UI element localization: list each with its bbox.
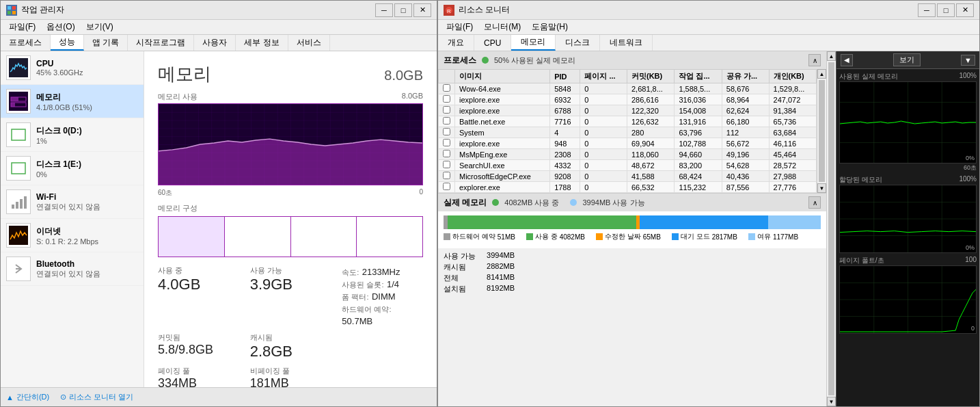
row-shared: 56,672 — [722, 138, 769, 149]
graph-time-row: 60초 0 — [158, 188, 423, 198]
row-pid: 9208 — [550, 171, 580, 182]
svg-rect-10 — [12, 205, 14, 209]
row-pid: 5848 — [550, 83, 580, 94]
rm-view-button[interactable]: 보기 — [893, 53, 921, 66]
row-checkbox[interactable] — [439, 116, 455, 127]
taskmanager-icon — [6, 5, 17, 16]
svg-rect-3 — [12, 11, 16, 14]
rm-minimize-button[interactable]: ─ — [918, 3, 936, 17]
scroll-down-button[interactable]: ▼ — [817, 183, 826, 193]
row-checkbox[interactable] — [439, 160, 455, 171]
row-checkbox[interactable] — [439, 138, 455, 149]
row-commit: 280 — [627, 127, 675, 138]
tab-users[interactable]: 사용자 — [194, 35, 236, 51]
minimize-button[interactable]: ─ — [375, 3, 393, 17]
row-private: 27,988 — [769, 171, 816, 182]
sidebar-item-memory[interactable]: 메모리 4.1/8.0GB (51%) — [1, 85, 144, 118]
row-private: 63,684 — [769, 127, 816, 138]
table-row: MsMpEng.exe 2308 0 118,060 94,660 49,196… — [439, 149, 817, 160]
rm-menu-file[interactable]: 파일(F) — [441, 21, 478, 34]
row-checkbox[interactable] — [439, 182, 455, 193]
rm-tab-disk[interactable]: 디스크 — [556, 35, 600, 51]
menu-file[interactable]: 파일(F) — [3, 21, 41, 34]
legend-used: 사용 중 4082MB — [526, 232, 585, 241]
process-collapse-button[interactable]: ∧ — [808, 54, 821, 66]
row-shared: 62,624 — [722, 105, 769, 116]
tab-process[interactable]: 프로세스 — [1, 35, 51, 51]
row-checkbox[interactable] — [439, 94, 455, 105]
row-commit: 286,616 — [627, 94, 675, 105]
menu-view[interactable]: 보기(V) — [81, 21, 119, 34]
rm-tab-cpu[interactable]: CPU — [474, 35, 511, 51]
main-header: 메모리 8.0GB — [158, 62, 423, 86]
graph-allocated-label-row: 할당된 메모리 100% — [839, 175, 977, 185]
process-section: 프로세스 50% 사용된 실제 메모리 ∧ 이미지 PID — [438, 51, 826, 194]
legend-free-dot — [748, 233, 755, 240]
sidebar-item-bluetooth[interactable]: Bluetooth 연결되어 있지 않음 — [1, 252, 144, 286]
close-button[interactable]: ✕ — [413, 3, 431, 17]
stat-hardware: 하드웨어 예약: 50.7MB — [342, 302, 423, 327]
graph-physical-bot: 0% — [966, 155, 975, 161]
tab-startup[interactable]: 시작프로그램 — [128, 35, 194, 51]
svg-rect-1 — [12, 6, 16, 10]
titlebar-left: 작업 관리자 — [6, 4, 64, 16]
row-checkbox[interactable] — [439, 171, 455, 182]
menu-options[interactable]: 옵션(O) — [41, 21, 80, 34]
row-commit: 2,681,8... — [627, 83, 675, 94]
sidebar-item-wifi[interactable]: Wi-Fi 연결되어 있지 않음 — [1, 185, 144, 219]
sidebar-item-ethernet[interactable]: 이더넷 S: 0.1 R: 2.2 Mbps — [1, 219, 144, 252]
graph-pagefault-label: 페이지 폴트/초 — [839, 256, 884, 265]
row-private: 27,776 — [769, 182, 816, 193]
rm-menu-help[interactable]: 도움말(H) — [526, 21, 573, 34]
rm-menu-monitor[interactable]: 모니터(M) — [478, 21, 526, 34]
row-private: 1,529,8... — [769, 83, 816, 94]
memory-collapse-button[interactable]: ∧ — [808, 196, 821, 209]
rm-tab-network[interactable]: 네트워크 — [600, 35, 653, 51]
svg-rect-12 — [20, 199, 23, 209]
svg-rect-8 — [12, 129, 25, 140]
bluetooth-icon — [6, 257, 31, 281]
stat-speed: 속도: 2133MHz — [342, 265, 423, 278]
sidebar-item-cpu[interactable]: CPU 45% 3.60GHz — [1, 51, 144, 85]
process-scroll-area[interactable]: 이미지 PID 페이지 ... 커밋(KB) 작업 집... 공유 가... 개… — [438, 69, 817, 193]
stat-using: 사용 중 4.0GB — [158, 265, 239, 327]
tab-details[interactable]: 세부 정보 — [236, 35, 288, 51]
row-checkbox[interactable] — [439, 127, 455, 138]
maximize-button[interactable]: □ — [394, 3, 412, 17]
graph-allocated-top: 100% — [959, 175, 977, 185]
simple-view-button[interactable]: ▲ 간단히(D) — [6, 392, 49, 402]
table-row: iexplore.exe 948 0 69,904 102,788 56,672… — [439, 138, 817, 149]
mem-structure-container — [158, 216, 423, 257]
row-checkbox[interactable] — [439, 149, 455, 160]
row-shared: 40,436 — [722, 171, 769, 182]
main-scroll-thumb[interactable] — [828, 62, 834, 395]
resource-monitor-button[interactable]: ⊙ 리소스 모니터 열기 — [60, 392, 133, 402]
sidebar-item-disk0[interactable]: 디스크 0(D:) 1% — [1, 118, 144, 152]
main-scroll-down[interactable]: ▼ — [827, 397, 836, 406]
graph-max: 8.0GB — [402, 92, 423, 102]
mem-slot-1 — [159, 217, 225, 257]
tab-performance[interactable]: 성능 — [51, 35, 84, 51]
scroll-thumb[interactable] — [819, 80, 825, 182]
th-image: 이미지 — [455, 70, 550, 83]
ethernet-icon — [6, 223, 31, 248]
process-section-header: 프로세스 50% 사용된 실제 메모리 ∧ — [438, 51, 826, 69]
table-row: SearchUI.exe 4332 0 48,672 83,200 54,628… — [439, 160, 817, 171]
rm-tab-overview[interactable]: 개요 — [438, 35, 474, 51]
main-scroll-up[interactable]: ▲ — [827, 51, 836, 61]
tab-apphistory[interactable]: 앱 기록 — [84, 35, 128, 51]
graph-physical-box: 0% — [839, 81, 977, 163]
rm-expand-button[interactable]: ◀ — [841, 54, 853, 66]
stat-right: 속도: 2133MHz 사용된 슬롯: 1/4 폼 팩터: DIMM 하드웨어 … — [342, 265, 423, 327]
rm-maximize-button[interactable]: □ — [937, 3, 955, 17]
sidebar-item-disk1[interactable]: 디스크 1(E:) 0% — [1, 152, 144, 185]
scroll-up-button[interactable]: ▲ — [817, 69, 826, 79]
process-scrollbar[interactable]: ▲ ▼ — [817, 69, 826, 193]
rm-tab-memory[interactable]: 메모리 — [511, 35, 556, 51]
rm-dropdown-button[interactable]: ▼ — [961, 55, 975, 66]
tab-services[interactable]: 서비스 — [288, 35, 330, 51]
row-checkbox[interactable] — [439, 83, 455, 94]
stat-nonpaging: 비페이징 풀 181MB — [250, 366, 331, 387]
row-checkbox[interactable] — [439, 105, 455, 116]
rm-close-button[interactable]: ✕ — [956, 3, 974, 17]
